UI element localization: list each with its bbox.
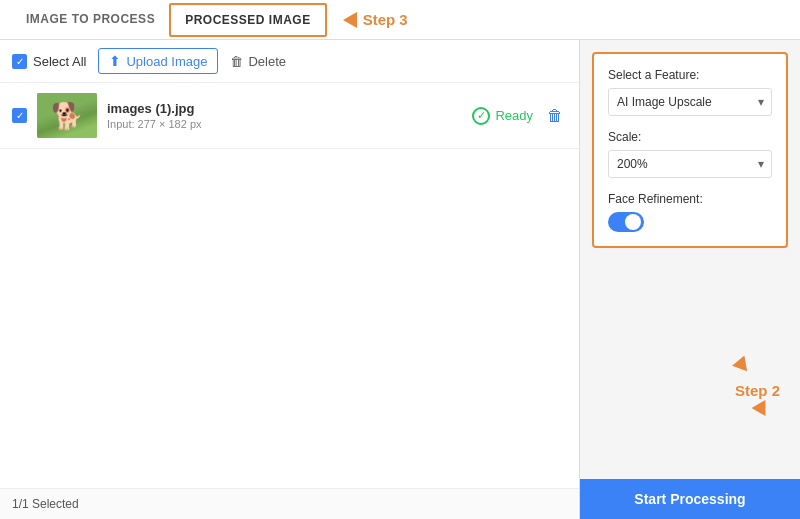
trash-icon: 🗑 xyxy=(230,54,243,69)
status-label: Ready xyxy=(495,108,533,123)
main-content: Select All ⬆ Upload Image 🗑 Delete xyxy=(0,40,800,519)
face-refinement-toggle-wrapper xyxy=(608,212,772,232)
tabs-bar: IMAGE TO PROCESS PROCESSED IMAGE Step 3 xyxy=(0,0,800,40)
status-check-icon: ✓ xyxy=(472,107,490,125)
left-panel: Select All ⬆ Upload Image 🗑 Delete xyxy=(0,40,580,519)
upload-icon: ⬆ xyxy=(109,53,121,69)
tab-processed-image[interactable]: PROCESSED IMAGE xyxy=(169,3,327,37)
file-list: images (1).jpg Input: 277 × 182 px ✓ Rea… xyxy=(0,83,579,488)
table-row: images (1).jpg Input: 277 × 182 px ✓ Rea… xyxy=(0,83,579,149)
tab-image-to-process[interactable]: IMAGE TO PROCESS xyxy=(12,4,169,36)
scale-select[interactable]: 100% 200% 400% xyxy=(608,150,772,178)
step3-annotation: Step 3 xyxy=(343,11,408,28)
select-all-label: Select All xyxy=(33,54,86,69)
step2-arrow-down-icon xyxy=(752,400,773,420)
step2-arrow-up-icon xyxy=(732,353,752,372)
feature-dropdown-wrapper: AI Image Upscale AI Image Denoiser AI Im… xyxy=(608,88,772,116)
file-delete-button[interactable]: 🗑 xyxy=(543,103,567,129)
dog-image xyxy=(37,93,97,138)
checkbox-icon xyxy=(12,54,27,69)
start-processing-button[interactable]: Start Processing xyxy=(580,479,800,519)
file-thumbnail xyxy=(37,93,97,138)
feature-select[interactable]: AI Image Upscale AI Image Denoiser AI Im… xyxy=(608,88,772,116)
step2-annotation: Step 2 xyxy=(735,382,780,399)
scale-label: Scale: xyxy=(608,130,772,144)
face-refinement-group: Face Refinement: xyxy=(608,192,772,232)
settings-box: Select a Feature: AI Image Upscale AI Im… xyxy=(592,52,788,248)
step2-area: Step 2 xyxy=(580,260,800,479)
file-info: images (1).jpg Input: 277 × 182 px xyxy=(107,101,462,130)
status-bar: 1/1 Selected xyxy=(0,488,579,519)
upload-button[interactable]: ⬆ Upload Image xyxy=(98,48,218,74)
selected-count: 1/1 Selected xyxy=(12,497,79,511)
feature-label: Select a Feature: xyxy=(608,68,772,82)
file-checkbox[interactable] xyxy=(12,108,27,123)
file-status: ✓ Ready xyxy=(472,107,533,125)
scale-dropdown-wrapper: 100% 200% 400% xyxy=(608,150,772,178)
scale-group: Scale: 100% 200% 400% xyxy=(608,130,772,178)
face-refinement-toggle[interactable] xyxy=(608,212,644,232)
step3-arrow-icon xyxy=(343,12,357,28)
delete-button[interactable]: 🗑 Delete xyxy=(230,54,286,69)
feature-group: Select a Feature: AI Image Upscale AI Im… xyxy=(608,68,772,116)
file-meta: Input: 277 × 182 px xyxy=(107,118,462,130)
file-name: images (1).jpg xyxy=(107,101,462,116)
select-all-checkbox[interactable]: Select All xyxy=(12,54,86,69)
right-panel: Select a Feature: AI Image Upscale AI Im… xyxy=(580,40,800,519)
face-refinement-label: Face Refinement: xyxy=(608,192,772,206)
toolbar: Select All ⬆ Upload Image 🗑 Delete xyxy=(0,40,579,83)
